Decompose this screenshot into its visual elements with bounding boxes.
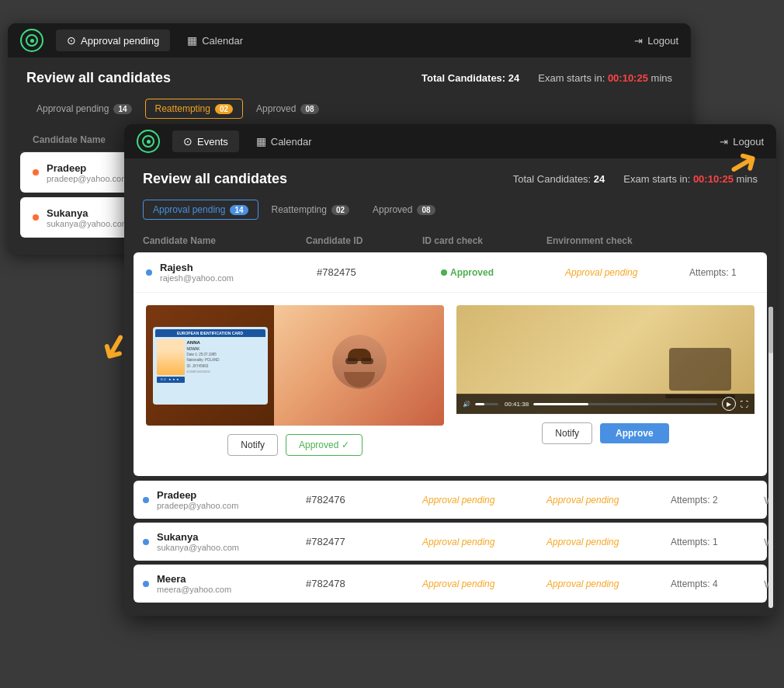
id-card-area: EUROPEAN IDENTIFICATION CARD EU ★★★ bbox=[146, 305, 274, 426]
logout-label-back: Logout bbox=[647, 35, 678, 47]
logout-btn-back[interactable]: ⇥ Logout bbox=[634, 35, 678, 47]
nav-events-label-front: Events bbox=[197, 136, 228, 148]
id-face-container: EUROPEAN IDENTIFICATION CARD EU ★★★ bbox=[146, 305, 444, 426]
front-logo bbox=[137, 130, 160, 153]
table-row[interactable]: Meera meera@yahoo.com #782478 Approval p… bbox=[134, 565, 767, 603]
back-page-header: Review all candidates Total Candidates: … bbox=[8, 57, 691, 99]
calendar-icon: ▦ bbox=[187, 34, 197, 47]
tab-approved-front[interactable]: Approved 08 bbox=[363, 200, 446, 220]
expanded-row-header[interactable]: Rajesh rajesh@yahoo.com #782475 Approved… bbox=[134, 252, 767, 293]
back-total-candidates: Total Candidates: 24 bbox=[421, 72, 519, 84]
id-card-title: EUROPEAN IDENTIFICATION CARD bbox=[155, 329, 265, 337]
front-navbar: ⊙ Events ▦ Calendar ⇥ Logout bbox=[124, 124, 776, 158]
env-check-pending: Approval pending bbox=[565, 267, 689, 278]
nav-calendar-label: Calendar bbox=[202, 35, 243, 47]
status-dot bbox=[33, 214, 39, 221]
nav-events-back[interactable]: ⊙ Approval pending bbox=[56, 30, 170, 51]
front-table-header: Candidate Name Candidate ID ID card chec… bbox=[134, 229, 767, 252]
id-photo-placeholder bbox=[157, 339, 185, 375]
face-glasses-left bbox=[345, 358, 358, 364]
status-dot bbox=[33, 169, 39, 175]
nav-calendar-back[interactable]: ▦ Calendar bbox=[176, 30, 254, 51]
nav-calendar-front[interactable]: ▦ Calendar bbox=[245, 130, 323, 152]
logout-icon: ⇥ bbox=[634, 35, 643, 47]
front-page-header: Review all candidates Total Candidates: … bbox=[124, 158, 776, 200]
status-dot bbox=[143, 539, 149, 545]
id-card: EUROPEAN IDENTIFICATION CARD EU ★★★ bbox=[153, 327, 268, 405]
expanded-media: EUROPEAN IDENTIFICATION CARD EU ★★★ bbox=[134, 293, 767, 476]
nav-events-label: Approval pending bbox=[81, 35, 159, 47]
face-photo bbox=[274, 305, 444, 426]
notify-btn-env[interactable]: Notify bbox=[542, 422, 592, 444]
front-panel: ⊙ Events ▦ Calendar ⇥ Logout Review all … bbox=[124, 124, 776, 616]
fullscreen-button[interactable]: ⛶ bbox=[741, 400, 748, 408]
tab-approved-back[interactable]: Approved 08 bbox=[246, 99, 329, 119]
front-total-candidates: Total Candidates: 24 bbox=[513, 173, 605, 185]
back-navbar: ⊙ Approval pending ▦ Calendar ⇥ Logout bbox=[8, 23, 691, 57]
volume-icon: 🔊 bbox=[463, 401, 470, 408]
events-icon-front: ⊙ bbox=[183, 135, 193, 148]
laptop-silhouette bbox=[669, 348, 731, 391]
env-video: 🔊 00:41:38 ▶ ⛶ bbox=[456, 305, 755, 414]
face-glasses-right bbox=[361, 358, 373, 364]
video-controls: 🔊 00:41:38 ▶ ⛶ bbox=[456, 394, 755, 414]
approve-btn-env[interactable]: Approve bbox=[600, 423, 669, 443]
expanded-row-rajesh: Rajesh rajesh@yahoo.com #782475 Approved… bbox=[134, 252, 767, 476]
status-dot bbox=[143, 497, 149, 503]
nav-calendar-label-front: Calendar bbox=[271, 136, 312, 148]
back-page-title: Review all candidates bbox=[26, 70, 171, 86]
nav-events-front[interactable]: ⊙ Events bbox=[172, 130, 239, 152]
logo bbox=[20, 29, 43, 52]
status-dot bbox=[143, 581, 149, 587]
notify-btn-id[interactable]: Notify bbox=[227, 434, 278, 456]
table-row[interactable]: Sukanya sukanya@yahoo.com #782477 Approv… bbox=[134, 523, 767, 561]
tab-reattempting-back[interactable]: Reattempting 02 bbox=[145, 99, 244, 119]
scrollbar-thumb[interactable] bbox=[768, 307, 773, 353]
action-row-left: Notify Approved ✓ bbox=[146, 426, 444, 464]
events-icon: ⊙ bbox=[67, 34, 76, 47]
logout-icon-front: ⇥ bbox=[720, 136, 728, 148]
front-page-title: Review all candidates bbox=[143, 171, 287, 187]
table-row[interactable]: Pradeep pradeep@yahoo.com #782476 Approv… bbox=[134, 481, 767, 519]
front-table: Candidate Name Candidate ID ID card chec… bbox=[124, 229, 776, 616]
tab-approval-pending-front[interactable]: Approval pending 14 bbox=[143, 200, 258, 220]
tab-reattempting-front[interactable]: Reattempting 02 bbox=[262, 200, 360, 220]
action-row-right: Notify Approve bbox=[456, 414, 755, 452]
tab-approval-pending-back[interactable]: Approval pending 14 bbox=[26, 99, 142, 119]
scrollbar-track bbox=[768, 307, 773, 608]
status-dot-blue bbox=[146, 269, 152, 276]
video-timestamp: 00:41:38 bbox=[505, 401, 529, 408]
play-button[interactable]: ▶ bbox=[722, 397, 736, 411]
calendar-icon-front: ▦ bbox=[256, 135, 266, 148]
back-exam-starts: Exam starts in: 00:10:25 mins bbox=[538, 72, 672, 84]
approved-btn-id[interactable]: Approved ✓ bbox=[286, 434, 363, 456]
id-check-approved: Approved bbox=[441, 267, 565, 278]
front-tabs: Approval pending 14 Reattempting 02 Appr… bbox=[124, 200, 776, 229]
